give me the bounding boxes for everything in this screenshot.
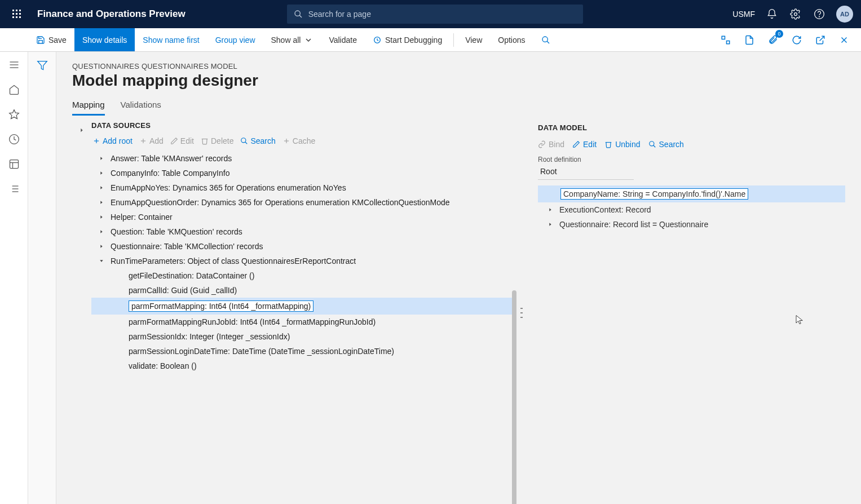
expand-icon[interactable]	[98, 244, 105, 249]
tree-row[interactable]: CompanyInfo: Table CompanyInfo	[91, 166, 513, 180]
save-button[interactable]: Save	[28, 28, 74, 51]
tree-row[interactable]: parmSessionLoginDateTime: DateTime (Date…	[91, 344, 513, 359]
tree-label: parmCallId: Guid (Guid _callId)	[129, 286, 237, 295]
tree-row[interactable]: EnumAppNoYes: Dynamics 365 for Operation…	[91, 180, 513, 195]
validate-button[interactable]: Validate	[321, 28, 365, 51]
nav-hamburger-icon[interactable]	[8, 59, 20, 71]
edit-dm-button[interactable]: Edit	[572, 140, 597, 149]
splitter[interactable]	[518, 121, 526, 504]
svg-point-13	[819, 16, 820, 17]
svg-marker-36	[37, 61, 47, 70]
dm-tree-row[interactable]: Questionnaire: Record list = Questionnai…	[538, 217, 845, 232]
tree-row[interactable]: Question: Table 'KMQuestion' records	[91, 224, 513, 239]
expand-icon[interactable]	[98, 215, 105, 219]
cache-button[interactable]: Cache	[282, 136, 315, 145]
attachments-icon[interactable]: 0	[765, 32, 781, 48]
page-title: Model mapping designer	[72, 72, 845, 90]
root-definition-value[interactable]: Root	[538, 166, 634, 180]
tree-label: Question: Table 'KMQuestion' records	[111, 227, 242, 236]
svg-line-55	[653, 145, 655, 148]
svg-marker-53	[100, 260, 103, 262]
expand-icon[interactable]	[98, 171, 105, 175]
global-search-input[interactable]: Search for a page	[287, 5, 583, 24]
expand-icon[interactable]	[547, 222, 554, 227]
dm-tree-label: CompanyName: String = CompanyInfo.'find(…	[560, 188, 748, 200]
dm-tree-row[interactable]: CompanyName: String = CompanyInfo.'find(…	[538, 185, 845, 202]
filter-icon[interactable]	[37, 60, 48, 504]
tab-validations[interactable]: Validations	[121, 100, 161, 116]
expand-icon[interactable]	[98, 156, 105, 161]
nav-favorites-icon[interactable]	[8, 108, 20, 121]
view-menu[interactable]: View	[457, 28, 490, 51]
tree-label: CompanyInfo: Table CompanyInfo	[111, 169, 229, 178]
svg-rect-2	[19, 10, 21, 11]
svg-rect-6	[12, 16, 14, 18]
tree-row[interactable]: EnumAppQuestionOrder: Dynamics 365 for O…	[91, 195, 513, 210]
nav-home-icon[interactable]	[8, 83, 20, 96]
refresh-icon[interactable]	[789, 32, 805, 48]
expand-icon[interactable]	[547, 207, 554, 212]
legal-entity[interactable]: USMF	[732, 10, 755, 19]
search-dm-button[interactable]: Search	[648, 140, 684, 149]
collapse-icon[interactable]	[98, 259, 105, 263]
avatar[interactable]: AD	[836, 6, 853, 23]
tree-label: validate: Boolean ()	[129, 361, 197, 370]
svg-marker-49	[100, 201, 102, 204]
tree-row[interactable]: Questionnaire: Table 'KMCollection' reco…	[91, 239, 513, 254]
close-icon[interactable]	[836, 32, 852, 48]
tree-row[interactable]: getFileDestination: DataContainer ()	[91, 268, 513, 283]
tree-row[interactable]: RunTimeParameters: Object of class Quest…	[91, 254, 513, 268]
app-launcher-icon[interactable]	[8, 5, 26, 23]
tree-row[interactable]: parmFormatMapping: Int64 (Int64 _formatM…	[91, 298, 513, 315]
show-name-first-button[interactable]: Show name first	[135, 28, 207, 51]
expand-icon[interactable]	[98, 200, 105, 205]
svg-line-19	[820, 36, 824, 41]
bind-button[interactable]: Bind	[538, 140, 564, 149]
nav-workspaces-icon[interactable]	[8, 158, 20, 170]
search-button[interactable]: Search	[240, 136, 275, 145]
nav-recent-icon[interactable]	[8, 133, 20, 145]
search-placeholder: Search for a page	[308, 10, 371, 19]
svg-rect-27	[10, 160, 18, 169]
group-view-button[interactable]: Group view	[207, 28, 263, 51]
popout-icon[interactable]	[813, 32, 828, 48]
tree-row[interactable]: parmSessionIdx: Integer (Integer _sessio…	[91, 329, 513, 344]
svg-marker-50	[100, 215, 102, 218]
svg-rect-4	[16, 13, 17, 15]
svg-marker-48	[100, 186, 102, 189]
tab-mapping[interactable]: Mapping	[72, 100, 105, 116]
page-options-icon[interactable]	[741, 32, 757, 48]
tree-row[interactable]: Answer: Table 'KMAnswer' records	[91, 151, 513, 166]
edit-button[interactable]: Edit	[170, 136, 194, 145]
add-root-button[interactable]: Add root	[92, 136, 133, 145]
svg-point-54	[649, 142, 654, 146]
show-all-dropdown[interactable]: Show all	[263, 28, 321, 51]
notifications-icon[interactable]	[765, 7, 779, 21]
tree-row[interactable]: parmFormatMappingRunJobId: Int64 (Int64 …	[91, 315, 513, 329]
expand-icon[interactable]	[98, 229, 105, 234]
show-details-button[interactable]: Show details	[74, 28, 135, 51]
action-search-button[interactable]	[533, 28, 558, 51]
top-header: Finance and Operations Preview Search fo…	[0, 0, 861, 28]
collapse-left-icon[interactable]	[79, 126, 85, 504]
expand-icon[interactable]	[98, 185, 105, 190]
svg-rect-5	[19, 13, 21, 15]
options-menu[interactable]: Options	[490, 28, 533, 51]
add-button[interactable]: Add	[139, 136, 164, 145]
personalize-icon[interactable]	[718, 32, 734, 48]
settings-icon[interactable]	[789, 7, 802, 21]
unbind-button[interactable]: Unbind	[604, 140, 640, 149]
delete-button[interactable]: Delete	[201, 136, 233, 145]
tree-label: getFileDestination: DataContainer ()	[129, 271, 254, 280]
tree-label: Helper: Container	[111, 213, 173, 222]
tree-row[interactable]: validate: Boolean ()	[91, 359, 513, 373]
data-model-tree: CompanyName: String = CompanyInfo.'find(…	[538, 185, 845, 232]
start-debugging-button[interactable]: Start Debugging	[365, 28, 450, 51]
app-title: Finance and Operations Preview	[37, 8, 186, 20]
tree-row[interactable]: Helper: Container	[91, 210, 513, 224]
help-icon[interactable]	[813, 7, 826, 21]
nav-modules-icon[interactable]	[8, 183, 20, 195]
dm-tree-row[interactable]: ExecutionContext: Record	[538, 202, 845, 217]
scrollbar-thumb[interactable]	[512, 290, 516, 504]
tree-row[interactable]: parmCallId: Guid (Guid _callId)	[91, 283, 513, 298]
